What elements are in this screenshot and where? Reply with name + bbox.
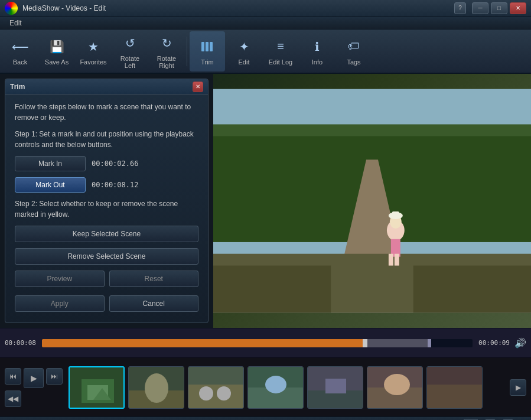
mark-in-time: 00:00:02.66 bbox=[92, 159, 138, 168]
timeline-start-time: 00:00:08 bbox=[5, 339, 37, 347]
save-as-button[interactable]: 💾 Save As bbox=[39, 31, 74, 71]
skip-start-button[interactable]: ⏮ bbox=[5, 368, 21, 385]
filmstrip-bottom-controls: ◀◀ bbox=[5, 390, 63, 407]
video-area bbox=[213, 74, 531, 328]
film-thumb-1[interactable] bbox=[69, 366, 125, 409]
trim-button[interactable]: Trim bbox=[190, 31, 225, 71]
preview-reset-row: Preview Reset bbox=[15, 271, 198, 287]
minimize-button[interactable]: ─ bbox=[472, 2, 488, 14]
timeline-end-time: 00:00:09 bbox=[477, 339, 510, 347]
edit-log-icon: ≡ bbox=[271, 37, 290, 56]
toolbar: ⟵ Back 💾 Save As ★ Favorites ↺ Rotate Le… bbox=[0, 30, 531, 74]
title-bar: MediaShow - Videos - Edit ? ─ □ ✕ bbox=[0, 0, 531, 17]
favorites-button[interactable]: ★ Favorites bbox=[76, 31, 111, 71]
close-button[interactable]: ✕ bbox=[510, 2, 526, 14]
trim-icon bbox=[198, 37, 217, 56]
app-title: MediaShow - Videos - Edit bbox=[22, 4, 454, 12]
title-bar-controls: ? ─ □ ✕ bbox=[454, 2, 526, 14]
edit-log-button[interactable]: ≡ Edit Log bbox=[263, 31, 298, 71]
favorites-icon: ★ bbox=[84, 37, 103, 56]
info-icon: ℹ bbox=[308, 37, 327, 56]
timeline-gray-fill bbox=[365, 339, 429, 347]
svg-rect-0 bbox=[201, 42, 204, 51]
svg-point-23 bbox=[145, 373, 168, 403]
keep-scene-button[interactable]: Keep Selected Scene bbox=[15, 226, 198, 242]
film-thumb-4[interactable] bbox=[247, 366, 304, 409]
menu-bar: Edit bbox=[0, 17, 531, 30]
app-logo bbox=[5, 2, 18, 15]
mark-in-row: Mark In 00:00:02.66 bbox=[15, 156, 198, 171]
filmstrip-top-controls: ⏮ ▶ ⏭ bbox=[5, 368, 63, 388]
edit-log-label: Edit Log bbox=[269, 58, 292, 66]
trim-dialog: Trim ✕ Follow the steps below to mark a … bbox=[5, 79, 209, 323]
svg-rect-2 bbox=[210, 42, 213, 51]
reset-button[interactable]: Reset bbox=[109, 271, 199, 287]
svg-point-30 bbox=[265, 376, 286, 393]
play-button[interactable]: ▶ bbox=[24, 368, 44, 388]
info-button[interactable]: ℹ Info bbox=[299, 31, 335, 71]
svg-rect-25 bbox=[188, 385, 244, 409]
svg-rect-1 bbox=[206, 42, 209, 51]
dialog-step2: Step 2: Select whether to keep or remove… bbox=[15, 198, 198, 220]
dialog-step1: Step 1: Set a mark in and out position u… bbox=[15, 129, 198, 150]
filmstrip-scroll-right-button[interactable]: ▶ bbox=[510, 379, 526, 396]
back-button[interactable]: ⟵ Back bbox=[2, 31, 38, 71]
toolbar-divider-1 bbox=[187, 37, 187, 66]
info-label: Info bbox=[312, 58, 322, 66]
film-thumb-2[interactable] bbox=[128, 366, 184, 409]
remove-scene-button[interactable]: Remove Selected Scene bbox=[15, 248, 198, 265]
rewind-button[interactable]: ◀◀ bbox=[5, 390, 21, 407]
tags-label: Tags bbox=[347, 58, 360, 66]
rotate-left-button[interactable]: ↺ Rotate Left bbox=[112, 31, 148, 71]
svg-point-27 bbox=[217, 386, 231, 401]
svg-rect-8 bbox=[213, 266, 331, 313]
back-icon: ⟵ bbox=[11, 37, 30, 56]
svg-rect-9 bbox=[413, 266, 531, 313]
svg-rect-33 bbox=[325, 379, 346, 393]
edit-icon: ✦ bbox=[234, 37, 253, 56]
timeline-orange-fill bbox=[42, 339, 365, 347]
main-content: Trim ✕ Follow the steps below to mark a … bbox=[0, 74, 531, 328]
dialog-title-bar: Trim ✕ bbox=[5, 79, 208, 95]
film-thumb-5[interactable] bbox=[307, 366, 363, 409]
maximize-button[interactable]: □ bbox=[491, 2, 507, 14]
dialog-instruction: Follow the steps below to mark a scene t… bbox=[15, 102, 198, 123]
rotate-right-icon: ↻ bbox=[157, 34, 176, 53]
svg-point-26 bbox=[199, 386, 213, 401]
apply-button[interactable]: Apply bbox=[15, 295, 105, 312]
svg-rect-13 bbox=[395, 254, 399, 266]
timeline-area: 00:00:08 00:00:09 🔊 bbox=[0, 328, 531, 357]
svg-point-36 bbox=[384, 374, 410, 395]
film-thumb-6[interactable] bbox=[367, 366, 423, 409]
dialog-close-button[interactable]: ✕ bbox=[193, 82, 203, 92]
rotate-left-icon: ↺ bbox=[120, 34, 139, 53]
rotate-right-button[interactable]: ↻ Rotate Right bbox=[149, 31, 184, 71]
save-as-label: Save As bbox=[45, 58, 69, 66]
mark-out-time: 00:00:08.12 bbox=[92, 181, 138, 189]
help-button[interactable]: ? bbox=[454, 2, 466, 14]
rotate-left-label: Rotate Left bbox=[115, 55, 145, 69]
edit-button[interactable]: ✦ Edit bbox=[226, 31, 262, 71]
volume-icon[interactable]: 🔊 bbox=[514, 337, 526, 349]
preview-button[interactable]: Preview bbox=[15, 271, 105, 287]
svg-rect-12 bbox=[389, 254, 393, 266]
edit-label: Edit bbox=[239, 58, 250, 66]
timeline-playhead[interactable] bbox=[363, 339, 367, 347]
dialog-title: Trim bbox=[10, 83, 193, 91]
cancel-button[interactable]: Cancel bbox=[109, 295, 199, 312]
status-bar: 008-июль 2009.MTS Sunday, July 12, 2009 … bbox=[0, 416, 531, 420]
film-thumb-7[interactable] bbox=[426, 366, 483, 409]
apply-cancel-row: Apply Cancel bbox=[15, 295, 198, 312]
menu-item-edit[interactable]: Edit bbox=[5, 18, 27, 28]
mark-out-button[interactable]: Mark Out bbox=[15, 177, 86, 193]
timeline-track[interactable] bbox=[42, 339, 473, 347]
trim-label: Trim bbox=[201, 58, 214, 66]
back-label: Back bbox=[13, 58, 27, 66]
tags-icon: 🏷 bbox=[344, 37, 363, 56]
video-preview bbox=[213, 74, 531, 328]
film-thumb-3[interactable] bbox=[188, 366, 244, 409]
tags-button[interactable]: 🏷 Tags bbox=[336, 31, 372, 71]
skip-end-button[interactable]: ⏭ bbox=[46, 368, 63, 385]
mark-in-button[interactable]: Mark In bbox=[15, 156, 86, 171]
filmstrip: ⏮ ▶ ⏭ ◀◀ bbox=[0, 357, 531, 416]
